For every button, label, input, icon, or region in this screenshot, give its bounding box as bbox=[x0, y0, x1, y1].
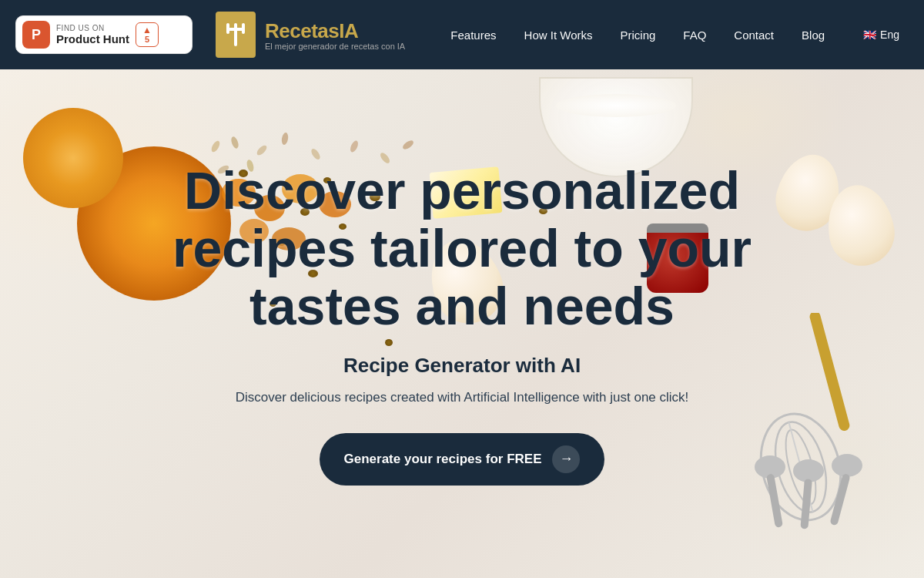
svg-point-28 bbox=[349, 139, 360, 153]
logo-area[interactable]: RecetasIA El mejor generador de recetas … bbox=[216, 12, 405, 58]
cta-label: Generate your recipes for FREE bbox=[344, 452, 542, 467]
svg-point-13 bbox=[832, 454, 862, 477]
svg-rect-3 bbox=[242, 23, 245, 34]
logo-icon bbox=[216, 12, 256, 58]
product-hunt-text: FIND US ON Product Hunt bbox=[56, 24, 129, 45]
hero-content: Discover personalized recipes tailored t… bbox=[116, 162, 808, 485]
nav-contact[interactable]: Contact bbox=[720, 22, 788, 48]
logo-name-prefix: Recetas bbox=[265, 19, 339, 42]
product-hunt-icon: P bbox=[22, 21, 50, 49]
flag-icon: 🇬🇧 bbox=[863, 29, 876, 41]
nav-links: Features How It Works Pricing FAQ Contac… bbox=[437, 22, 839, 48]
svg-point-23 bbox=[256, 144, 269, 157]
ph-find-us-label: FIND US ON bbox=[56, 24, 129, 32]
orange-small bbox=[23, 108, 123, 208]
logo-name: RecetasIA bbox=[265, 19, 405, 43]
ph-upvote-count: 5 bbox=[145, 35, 149, 44]
nav-how-it-works[interactable]: How It Works bbox=[511, 22, 607, 48]
svg-rect-1 bbox=[228, 28, 243, 31]
cta-button[interactable]: Generate your recipes for FREE → bbox=[320, 433, 605, 486]
hero-subtitle: Recipe Generator with AI bbox=[146, 354, 778, 378]
svg-point-25 bbox=[310, 147, 322, 161]
product-hunt-badge[interactable]: P FIND US ON Product Hunt ▲ 5 bbox=[15, 15, 192, 54]
ph-upvote-button[interactable]: ▲ 5 bbox=[136, 22, 159, 47]
flour-surface bbox=[556, 94, 676, 117]
language-selector[interactable]: 🇬🇧 Eng bbox=[854, 22, 909, 47]
hero-title: Discover personalized recipes tailored t… bbox=[146, 162, 778, 334]
nav-pricing[interactable]: Pricing bbox=[606, 22, 669, 48]
hero-description: Discover delicious recipes created with … bbox=[146, 390, 778, 405]
logo-name-suffix: IA bbox=[339, 19, 358, 42]
hero-section: Discover personalized recipes tailored t… bbox=[0, 69, 924, 578]
ph-product-name: Product Hunt bbox=[56, 32, 129, 45]
language-label: Eng bbox=[880, 29, 899, 41]
nav-faq[interactable]: FAQ bbox=[669, 22, 720, 48]
svg-rect-14 bbox=[829, 473, 850, 526]
svg-rect-4 bbox=[808, 313, 851, 432]
svg-rect-2 bbox=[226, 23, 229, 34]
svg-point-22 bbox=[230, 136, 240, 150]
ph-upvote-arrow-icon: ▲ bbox=[142, 25, 152, 35]
svg-point-24 bbox=[281, 132, 290, 145]
cta-arrow-icon: → bbox=[552, 445, 580, 473]
nav-features[interactable]: Features bbox=[437, 22, 510, 48]
svg-point-30 bbox=[401, 139, 415, 151]
nav-blog[interactable]: Blog bbox=[788, 22, 839, 48]
logo-text: RecetasIA El mejor generador de recetas … bbox=[265, 19, 405, 51]
svg-rect-0 bbox=[234, 23, 237, 46]
svg-point-21 bbox=[210, 139, 222, 153]
logo-tagline: El mejor generador de recetas con IA bbox=[265, 42, 405, 51]
navbar: P FIND US ON Product Hunt ▲ 5 RecetasIA … bbox=[0, 0, 924, 69]
svg-rect-12 bbox=[800, 479, 812, 529]
